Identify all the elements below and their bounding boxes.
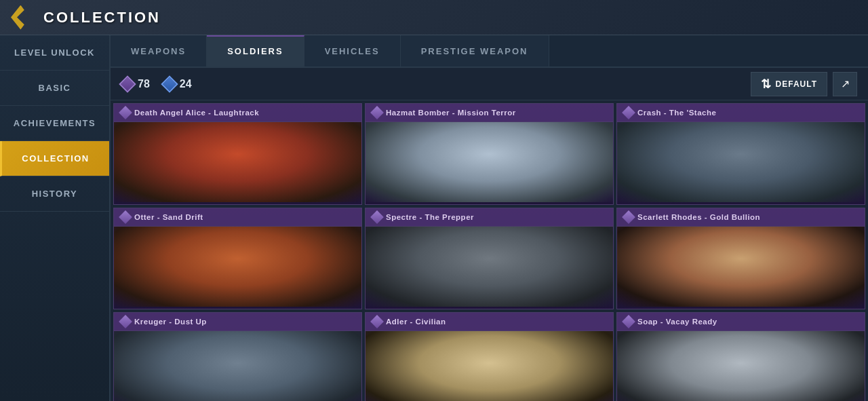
card-body [366, 331, 613, 401]
export-icon: ↗ [841, 77, 850, 90]
card-card-5[interactable]: Spectre - The Prepper [365, 208, 614, 309]
header: COLLECTION [0, 0, 868, 35]
card-header: Crash - The 'Stache [617, 104, 865, 122]
character-silhouette [366, 122, 613, 202]
card-diamond-icon [370, 210, 384, 224]
card-card-1[interactable]: Death Angel Alice - Laughtrack [113, 103, 362, 205]
card-diamond-icon [622, 315, 635, 328]
sidebar-item-history[interactable]: HISTORY [0, 176, 109, 212]
card-body [617, 122, 865, 202]
card-body [114, 331, 361, 401]
filter-right: ⇅ DEFAULT ↗ [751, 72, 857, 96]
sidebar-item-achievements[interactable]: ACHIEVEMENTS [0, 106, 109, 141]
card-body [366, 227, 613, 307]
card-body [114, 227, 361, 307]
character-silhouette [617, 331, 865, 401]
diamond-blue-icon [161, 75, 178, 92]
card-grid-container: Death Angel Alice - Laughtrack Hazmat Bo… [111, 100, 868, 401]
card-card-8[interactable]: Adler - Civilian [365, 312, 614, 401]
diamond-purple-icon [119, 75, 136, 92]
card-title: Scarlett Rhodes - Gold Bullion [637, 213, 760, 221]
character-silhouette [114, 227, 361, 307]
card-body [114, 122, 361, 202]
card-title: Otter - Sand Drift [134, 213, 203, 221]
main-content: WEAPONS SOLDIERS VEHICLES PRESTIGE WEAPO… [111, 35, 868, 401]
card-diamond-icon [370, 106, 384, 119]
card-diamond-icon [622, 210, 635, 224]
filter-purple-count: 78 [121, 78, 150, 90]
header-title: COLLECTION [43, 9, 161, 26]
sidebar-item-basic[interactable]: BASIC [0, 71, 109, 106]
card-header: Adler - Civilian [366, 313, 613, 331]
card-card-6[interactable]: Scarlett Rhodes - Gold Bullion [616, 208, 865, 309]
filter-left: 78 24 [121, 78, 192, 90]
card-title: Soap - Vacay Ready [637, 318, 717, 326]
character-silhouette [366, 227, 613, 307]
tab-prestige-weapon[interactable]: PRESTIGE WEAPON [401, 35, 549, 66]
card-title: Crash - The 'Stache [637, 109, 716, 117]
sidebar: LEVEL UNLOCK BASIC ACHIEVEMENTS COLLECTI… [0, 35, 111, 401]
tab-vehicles[interactable]: VEHICLES [304, 35, 401, 66]
character-silhouette [617, 227, 865, 307]
layout: LEVEL UNLOCK BASIC ACHIEVEMENTS COLLECTI… [0, 35, 868, 401]
tabs: WEAPONS SOLDIERS VEHICLES PRESTIGE WEAPO… [111, 35, 868, 68]
card-card-2[interactable]: Hazmat Bomber - Mission Terror [365, 103, 614, 205]
card-card-7[interactable]: Kreuger - Dust Up [113, 312, 362, 401]
card-header: Soap - Vacay Ready [617, 313, 865, 331]
card-title: Hazmat Bomber - Mission Terror [386, 109, 516, 117]
card-card-9[interactable]: Soap - Vacay Ready [616, 312, 865, 401]
character-silhouette [114, 122, 361, 202]
card-diamond-icon [119, 210, 132, 224]
filter-blue-count: 24 [163, 78, 192, 90]
tab-soldiers[interactable]: SOLDIERS [207, 35, 304, 66]
card-card-3[interactable]: Crash - The 'Stache [616, 103, 865, 205]
card-diamond-icon [622, 106, 635, 119]
sort-icon: ⇅ [761, 77, 772, 92]
card-diamond-icon [119, 315, 132, 328]
character-silhouette [617, 122, 865, 202]
sidebar-item-collection[interactable]: COLLECTION [0, 141, 109, 176]
sidebar-item-level-unlock[interactable]: LEVEL UNLOCK [0, 35, 109, 71]
export-button[interactable]: ↗ [833, 72, 857, 96]
card-body [617, 227, 865, 307]
card-header: Death Angel Alice - Laughtrack [114, 104, 361, 122]
back-icon[interactable] [11, 5, 35, 30]
card-title: Kreuger - Dust Up [134, 318, 207, 326]
tab-weapons[interactable]: WEAPONS [111, 35, 207, 66]
character-silhouette [114, 331, 361, 401]
card-card-4[interactable]: Otter - Sand Drift [113, 208, 362, 309]
card-grid: Death Angel Alice - Laughtrack Hazmat Bo… [113, 103, 865, 401]
card-header: Otter - Sand Drift [114, 208, 361, 227]
card-title: Adler - Civilian [386, 318, 446, 326]
character-silhouette [366, 331, 613, 401]
card-title: Death Angel Alice - Laughtrack [134, 109, 259, 117]
card-title: Spectre - The Prepper [386, 213, 474, 221]
card-diamond-icon [370, 315, 384, 328]
filter-bar: 78 24 ⇅ DEFAULT ↗ [111, 68, 868, 100]
card-body [366, 122, 613, 202]
card-header: Scarlett Rhodes - Gold Bullion [617, 208, 865, 227]
sort-button[interactable]: ⇅ DEFAULT [751, 72, 827, 96]
card-header: Kreuger - Dust Up [114, 313, 361, 331]
card-header: Hazmat Bomber - Mission Terror [366, 104, 613, 122]
card-header: Spectre - The Prepper [366, 208, 613, 227]
card-diamond-icon [119, 106, 132, 119]
card-body [617, 331, 865, 401]
